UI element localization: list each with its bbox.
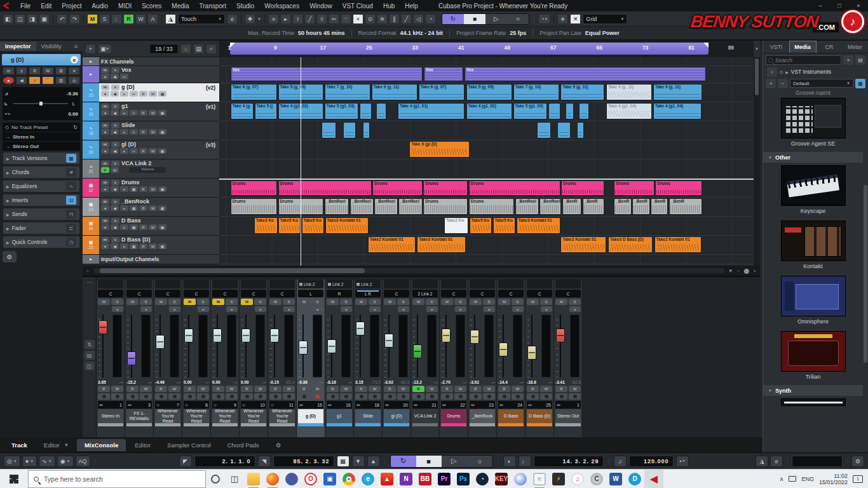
taskbar-app-key-app[interactable]: KEY <box>492 470 511 488</box>
channel-monitor-button[interactable] <box>355 393 367 400</box>
track-record-button[interactable]: ● <box>101 148 109 154</box>
tray-expand-icon[interactable]: ∧ <box>780 476 784 482</box>
volume-fader[interactable] <box>184 329 193 342</box>
lower-tab-editor[interactable]: Editor <box>127 439 158 451</box>
channel-solo-button[interactable]: S <box>397 299 409 305</box>
click-button[interactable]: ◎▼ <box>4 456 20 467</box>
lane-vox[interactable]: VoxVoxVox <box>219 66 754 83</box>
taskbar-app-word[interactable]: W <box>606 470 625 488</box>
track-record-button[interactable]: ● <box>101 91 109 97</box>
track-freeze-button[interactable]: ∞ <box>130 91 138 97</box>
channel-monitor-button[interactable] <box>155 393 167 400</box>
channel-solo-button[interactable]: S <box>369 299 381 305</box>
add-track-button[interactable]: + <box>85 44 96 54</box>
track-freeze-button[interactable]: ∞ <box>130 110 138 116</box>
tool-menu[interactable]: ≡ <box>268 14 279 24</box>
language-indicator[interactable]: ENG <box>801 476 814 482</box>
media-section-synth[interactable]: ▼Synth <box>763 385 863 396</box>
pan-control[interactable]: L <box>298 290 323 297</box>
channel-rack[interactable]: Link 2 <box>298 280 323 288</box>
channel-rack[interactable] <box>527 280 552 288</box>
track-write-button[interactable]: W <box>149 186 157 192</box>
clip-take2-kontakt-01[interactable]: Take2 Kontakt 01 <box>654 236 702 253</box>
track-write-button[interactable]: W <box>149 129 157 135</box>
menu-item-help[interactable]: Help <box>400 1 423 11</box>
track-row-benrock[interactable]: ▦23ms_BenRock●◀e▦RW▦ <box>83 198 219 217</box>
pre-roll-icon[interactable]: ◐ <box>503 456 516 467</box>
channel-solo-button[interactable]: S <box>512 299 524 305</box>
track-row-d-bass[interactable]: ▦24msD Bass●◀e▦RW▦ <box>83 217 219 236</box>
clip-item[interactable] <box>577 122 584 139</box>
channel-edit-button[interactable]: e <box>283 306 295 312</box>
draw-tool[interactable]: ╱ <box>304 14 315 24</box>
track-row-vox[interactable]: ▸msVox●◀▭ <box>83 66 219 83</box>
channel-monitor-button[interactable] <box>441 393 453 400</box>
menu-item-vst-cloud[interactable]: VST Cloud <box>337 1 378 11</box>
remove-favorite-button[interactable]: − <box>778 79 788 88</box>
track-monitor-button[interactable]: ◀ <box>111 129 119 135</box>
track-read-button[interactable]: R <box>139 243 147 249</box>
track-solo-button[interactable]: s <box>111 237 119 243</box>
media-item-thumbnail-omnisphere[interactable] <box>781 276 846 316</box>
fader-value[interactable]: 0.00 <box>184 380 192 384</box>
fader-value[interactable]: -3.41 <box>555 380 565 384</box>
inspector-write-button[interactable]: W <box>42 67 54 75</box>
channel-rack[interactable]: Link 2 <box>327 280 352 288</box>
clip-take-9-gl-d[interactable]: Take 9 (gl (D) <box>409 141 469 158</box>
clip-drums[interactable]: Drums <box>372 180 422 196</box>
channel-solo-button[interactable]: S <box>197 299 209 305</box>
taskbar-app-itunes[interactable]: ♫ <box>568 470 587 488</box>
track-mute-button[interactable]: m <box>101 67 109 73</box>
punch-out-button[interactable]: ▲ <box>367 456 380 467</box>
fader-value[interactable]: 3.15 <box>355 380 363 384</box>
fader-value[interactable]: -4.46 <box>155 380 165 384</box>
task-view-button[interactable]: ◫ <box>225 470 244 488</box>
channel-record-button[interactable] <box>226 393 238 400</box>
track-row-d-bass-d[interactable]: ▦25msD Bass (D)●◀e▦RW▦ <box>83 236 219 255</box>
channel-record-button[interactable] <box>454 393 466 400</box>
channel-edit-button[interactable]: e <box>369 306 381 312</box>
taskbar-app-sphere-app[interactable] <box>511 470 530 488</box>
track-row-input-output-channels[interactable]: ▸Input/Output Channels <box>83 255 219 264</box>
channel-monitor-button[interactable] <box>98 393 110 400</box>
automation-mode-dropdown[interactable]: Touch▼ <box>178 14 225 24</box>
info-value[interactable]: 44.1 kHz - 24 bit <box>400 30 444 36</box>
track-record-button[interactable]: ● <box>101 110 109 116</box>
channel-solo-button[interactable]: S <box>140 299 152 305</box>
pan-control[interactable]: R <box>327 290 352 297</box>
channel-mute-button[interactable]: M <box>384 299 396 305</box>
right-locator-value[interactable]: 85. 2. 3. 32 <box>273 456 334 467</box>
track-lanes-button[interactable]: ▦ <box>158 91 166 97</box>
thumbnail-view-icon[interactable]: ▦ <box>855 79 865 88</box>
channel-record-button[interactable] <box>540 393 552 400</box>
channel-record-button[interactable] <box>569 393 581 400</box>
arrangement-area[interactable]: VoxVoxVoxTake 6 (g_07)Take 5 (g_09)Take … <box>219 57 754 266</box>
clip-take-6-g-07[interactable]: Take 6 (g_07) <box>231 84 277 100</box>
channel-mute-button[interactable]: M <box>155 299 167 305</box>
track-read-button[interactable]: R <box>139 205 147 211</box>
taskbar-app-night-app[interactable]: ◔ <box>473 470 492 488</box>
lane-slide[interactable] <box>219 121 754 140</box>
channel-solo-button[interactable]: S <box>168 299 180 305</box>
channel-monitor-button[interactable] <box>269 393 281 400</box>
channel-rack[interactable] <box>498 280 524 288</box>
channel-rack[interactable] <box>555 280 581 288</box>
clip-take5-ko[interactable]: Take5 Ko <box>278 217 301 234</box>
global-l-button[interactable]: L <box>111 14 122 24</box>
clip-take-7-g-10[interactable]: Take 7 (g_10) <box>325 84 370 100</box>
channel-solo-button[interactable]: S <box>254 299 266 305</box>
track-mute-button[interactable]: m <box>101 180 109 186</box>
channel-mute-button[interactable]: M <box>555 299 567 305</box>
clear-search-icon[interactable]: × <box>843 55 853 65</box>
track-record-button[interactable]: ● <box>101 186 109 192</box>
volume-fader[interactable] <box>213 329 222 342</box>
taskbar-search-input[interactable]: Type here to search <box>28 470 206 488</box>
auto-scroll-button[interactable]: ✚ <box>245 14 255 24</box>
track-mute-button[interactable]: m <box>101 199 109 205</box>
channel-mute-button[interactable]: M <box>412 299 424 305</box>
inspector-menu-icon[interactable]: ≡ <box>69 42 83 51</box>
channel-record-button[interactable] <box>397 393 409 400</box>
channel-rack[interactable] <box>155 280 180 288</box>
track-solo-button[interactable]: s <box>111 180 119 186</box>
clip-drums[interactable]: Drums <box>278 180 372 196</box>
